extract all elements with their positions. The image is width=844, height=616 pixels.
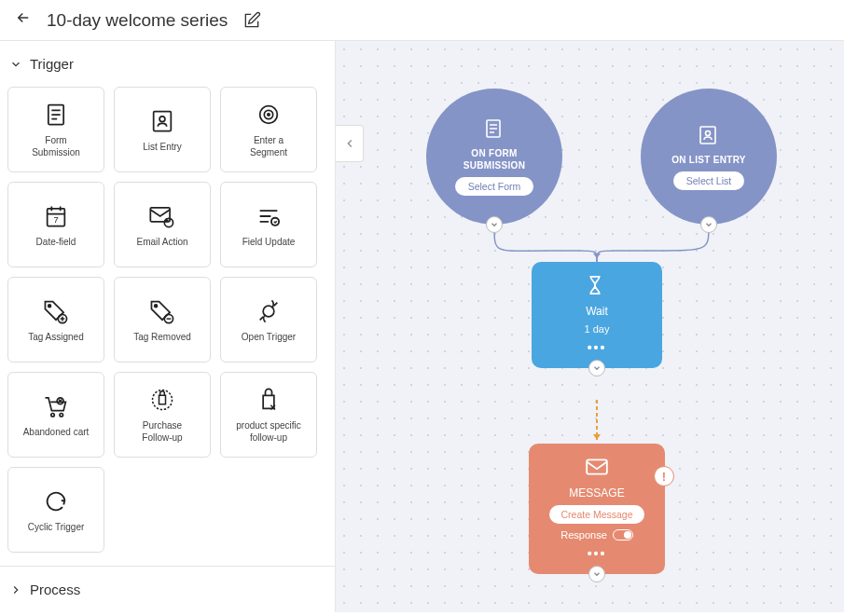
tag-add-icon bbox=[42, 297, 70, 325]
node-message-menu[interactable]: ••• bbox=[588, 546, 607, 561]
list-entry-icon bbox=[697, 124, 721, 148]
sidebar: Trigger Form Submission List Entry Enter… bbox=[0, 41, 336, 612]
select-form-button[interactable]: Select Form bbox=[455, 177, 534, 196]
node-form-submission[interactable]: ON FORM SUBMISSION Select Form bbox=[426, 89, 562, 225]
segment-icon bbox=[255, 101, 283, 129]
svg-point-16 bbox=[51, 413, 54, 416]
trigger-section-label: Trigger bbox=[30, 56, 74, 72]
page-title: 10-day welcome series bbox=[47, 10, 228, 31]
response-toggle[interactable] bbox=[613, 529, 633, 541]
svg-point-10 bbox=[271, 217, 279, 225]
workflow-canvas[interactable]: ON FORM SUBMISSION Select Form ON LIST E… bbox=[336, 41, 844, 612]
trigger-card-product-followup[interactable]: product specific follow-up bbox=[220, 372, 317, 458]
trigger-card-cyclic[interactable]: Cyclic Trigger bbox=[7, 467, 104, 553]
trigger-card-purchase-followup[interactable]: Purchase Follow-up bbox=[114, 372, 211, 458]
trigger-card-tag-removed[interactable]: Tag Removed bbox=[114, 277, 211, 363]
form-icon bbox=[42, 101, 70, 129]
create-message-button[interactable]: Create Message bbox=[549, 505, 643, 524]
trigger-card-open-trigger[interactable]: Open Trigger bbox=[220, 277, 317, 363]
open-trigger-icon bbox=[255, 297, 283, 325]
trigger-section-header[interactable]: Trigger bbox=[0, 41, 335, 87]
node-message[interactable]: MESSAGE Create Message Response ••• ! bbox=[529, 444, 665, 574]
list-entry-icon bbox=[148, 107, 176, 135]
chevron-down-icon bbox=[9, 58, 22, 71]
chevron-left-icon bbox=[343, 137, 356, 150]
node-form-submission-title: ON FORM SUBMISSION bbox=[464, 147, 525, 171]
svg-point-19 bbox=[153, 390, 173, 410]
trigger-card-date-field[interactable]: 7Date-field bbox=[7, 182, 104, 267]
edit-title-button[interactable] bbox=[242, 11, 261, 30]
process-section-header[interactable]: Process bbox=[0, 566, 335, 612]
trigger-card-list-entry[interactable]: List Entry bbox=[114, 87, 211, 172]
node-wait-subtitle: 1 day bbox=[585, 323, 610, 335]
back-button[interactable] bbox=[15, 9, 32, 31]
collapse-sidebar-button[interactable] bbox=[336, 125, 364, 162]
date-icon: 7 bbox=[42, 202, 70, 230]
trigger-card-segment[interactable]: Enter a Segment bbox=[220, 87, 317, 172]
node-wait[interactable]: Wait 1 day ••• bbox=[532, 262, 662, 368]
svg-point-9 bbox=[164, 218, 173, 226]
svg-point-2 bbox=[159, 116, 165, 121]
svg-rect-23 bbox=[587, 459, 607, 473]
node-message-title: MESSAGE bbox=[569, 486, 624, 500]
node-wait-output-port[interactable] bbox=[588, 360, 605, 376]
svg-point-11 bbox=[48, 304, 51, 307]
node-wait-title: Wait bbox=[586, 305, 608, 318]
hourglass-icon bbox=[585, 275, 609, 299]
svg-point-17 bbox=[60, 413, 62, 416]
trigger-card-abandoned-cart[interactable]: Abandoned cart bbox=[7, 372, 104, 458]
field-update-icon bbox=[255, 202, 283, 230]
envelope-icon bbox=[585, 457, 609, 481]
chevron-right-icon bbox=[9, 583, 22, 596]
svg-point-22 bbox=[706, 130, 711, 135]
cyclic-icon bbox=[42, 487, 70, 515]
form-icon bbox=[482, 117, 506, 142]
tag-remove-icon bbox=[148, 297, 176, 325]
process-section-label: Process bbox=[30, 582, 80, 597]
product-icon bbox=[255, 386, 283, 414]
email-action-icon bbox=[148, 202, 176, 230]
svg-text:7: 7 bbox=[53, 215, 58, 225]
warning-icon[interactable]: ! bbox=[654, 466, 674, 486]
node-list-entry-title: ON LIST ENTRY bbox=[671, 154, 746, 166]
node-wait-menu[interactable]: ••• bbox=[588, 340, 607, 355]
node-list-entry[interactable]: ON LIST ENTRY Select List bbox=[641, 89, 777, 225]
svg-point-5 bbox=[268, 114, 270, 116]
trigger-card-form-submission[interactable]: Form Submission bbox=[7, 87, 104, 172]
purchase-icon bbox=[148, 386, 176, 414]
trigger-card-tag-assigned[interactable]: Tag Assigned bbox=[7, 277, 104, 363]
cart-icon bbox=[42, 392, 70, 420]
node-list-entry-output-port[interactable] bbox=[700, 216, 717, 233]
node-form-submission-output-port[interactable] bbox=[486, 216, 503, 233]
select-list-button[interactable]: Select List bbox=[673, 171, 744, 190]
node-message-output-port[interactable] bbox=[588, 566, 605, 582]
trigger-card-email-action[interactable]: Email Action bbox=[114, 182, 211, 267]
response-toggle-row[interactable]: Response bbox=[560, 529, 633, 541]
trigger-card-field-update[interactable]: Field Update bbox=[220, 182, 317, 267]
svg-point-13 bbox=[155, 304, 158, 307]
